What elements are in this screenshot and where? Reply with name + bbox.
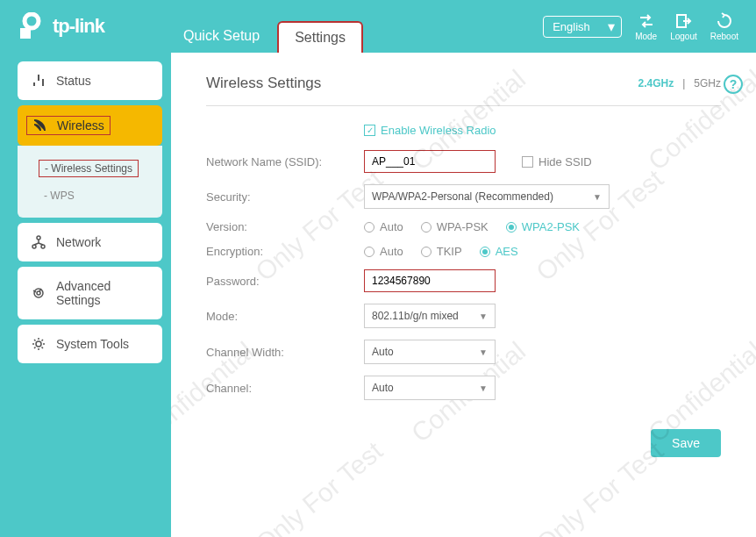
version-wpa2-psk-radio[interactable]: WPA2-PSK <box>506 220 580 233</box>
svg-point-3 <box>37 236 40 240</box>
enable-wireless-radio-checkbox[interactable]: ✓ Enable Wireless Radio <box>364 124 721 137</box>
password-label: Password: <box>206 275 364 288</box>
reboot-icon <box>716 12 733 30</box>
sidebar-network-label: Network <box>56 235 101 249</box>
svg-point-7 <box>37 291 40 295</box>
chevron-down-icon: ▼ <box>479 383 488 393</box>
channel-select[interactable]: Auto ▼ <box>364 376 496 400</box>
logo-text: tp-link <box>53 15 104 38</box>
sidebar-item-network[interactable]: Network <box>18 223 162 261</box>
sidebar: Status Wireless - Wireless Settings - WP… <box>0 53 171 537</box>
logout-button[interactable]: Logout <box>670 12 697 41</box>
sidebar-item-status[interactable]: Status <box>18 61 162 100</box>
content: Confidential Only For Test Confidential … <box>171 53 756 537</box>
channel-label: Channel: <box>206 382 364 395</box>
radio-icon <box>421 247 431 257</box>
help-button[interactable]: ? <box>724 75 743 94</box>
sidebar-item-wireless[interactable]: Wireless <box>18 105 162 146</box>
save-button[interactable]: Save <box>651 429 721 457</box>
svg-rect-1 <box>20 28 31 39</box>
encryption-aes-label: AES <box>496 245 518 258</box>
security-label: Security: <box>206 190 364 204</box>
security-select[interactable]: WPA/WPA2-Personal (Recommended) ▼ <box>364 184 610 209</box>
tp-link-logo-icon <box>18 12 46 40</box>
hide-ssid-checkbox[interactable]: ✓ Hide SSID <box>522 155 592 168</box>
radio-icon <box>506 222 517 233</box>
language-value: English <box>543 16 622 38</box>
row-security: Security: WPA/WPA2-Personal (Recommended… <box>206 184 721 209</box>
radio-icon <box>364 222 374 233</box>
wireless-icon <box>32 118 46 132</box>
channel-width-label: Channel Width: <box>206 346 364 359</box>
checkbox-icon: ✓ <box>364 125 375 136</box>
enable-wireless-radio-label: Enable Wireless Radio <box>381 124 496 137</box>
svg-point-6 <box>34 289 43 297</box>
encryption-tkip-radio[interactable]: TKIP <box>421 245 462 258</box>
logout-icon <box>674 12 692 30</box>
radio-icon <box>480 247 490 257</box>
freq-5ghz[interactable]: 5GHz <box>694 77 721 90</box>
version-auto-radio[interactable]: Auto <box>364 220 403 233</box>
version-auto-label: Auto <box>380 220 403 233</box>
encryption-auto-label: Auto <box>380 245 403 258</box>
svg-point-5 <box>41 245 45 248</box>
svg-point-0 <box>25 14 39 28</box>
header-right: English ▾ Mode Logout Reboot <box>543 12 738 41</box>
sidebar-item-advanced[interactable]: Advanced Settings <box>18 267 162 319</box>
sidebar-item-system-tools[interactable]: System Tools <box>18 325 162 363</box>
mode-select[interactable]: 802.11b/g/n mixed ▼ <box>364 304 496 328</box>
row-version: Version: Auto WPA-PSK WPA2-PSK <box>206 220 721 233</box>
ssid-label: Network Name (SSID): <box>206 155 364 168</box>
svg-point-4 <box>32 245 36 248</box>
sidebar-sub-wireless-settings[interactable]: - Wireless Settings <box>18 154 162 183</box>
network-icon <box>32 235 46 249</box>
mode-icon <box>638 12 655 30</box>
encryption-aes-radio[interactable]: AES <box>480 245 518 258</box>
reboot-button[interactable]: Reboot <box>710 12 738 41</box>
encryption-tkip-label: TKIP <box>437 245 462 258</box>
ssid-input[interactable] <box>364 150 496 173</box>
radio-icon <box>421 222 431 233</box>
watermark: Only For Test <box>250 436 389 537</box>
version-wpa-psk-radio[interactable]: WPA-PSK <box>421 220 489 233</box>
watermark: Only For Test <box>531 436 669 537</box>
row-encryption: Encryption: Auto TKIP AES <box>206 245 721 258</box>
status-icon <box>32 74 46 88</box>
freq-separator: | <box>682 77 685 90</box>
tab-quick-setup[interactable]: Quick Setup <box>166 19 277 53</box>
row-password: Password: <box>206 269 721 292</box>
mode-value: 802.11b/g/n mixed <box>372 310 459 322</box>
checkbox-icon: ✓ <box>522 156 533 168</box>
radio-icon <box>364 247 374 257</box>
encryption-label: Encryption: <box>206 245 364 258</box>
row-channel: Channel: Auto ▼ <box>206 376 721 400</box>
header: tp-link Quick Setup Settings English ▾ M… <box>0 0 756 53</box>
sidebar-system-tools-label: System Tools <box>56 337 129 351</box>
tab-settings[interactable]: Settings <box>277 21 363 53</box>
sidebar-status-label: Status <box>56 74 91 88</box>
channel-width-select[interactable]: Auto ▼ <box>364 340 496 364</box>
freq-24ghz[interactable]: 2.4GHz <box>638 77 674 90</box>
chevron-down-icon: ▼ <box>593 192 602 202</box>
row-channel-width: Channel Width: Auto ▼ <box>206 340 721 364</box>
row-mode: Mode: 802.11b/g/n mixed ▼ <box>206 304 721 328</box>
reboot-label: Reboot <box>710 32 738 41</box>
password-input[interactable] <box>364 269 496 292</box>
version-label: Version: <box>206 220 364 233</box>
version-wpa-psk-label: WPA-PSK <box>437 220 489 233</box>
channel-width-value: Auto <box>372 346 394 358</box>
tabs: Quick Setup Settings <box>166 0 363 53</box>
advanced-icon <box>32 286 46 300</box>
language-select[interactable]: English ▾ <box>543 16 622 38</box>
encryption-auto-radio[interactable]: Auto <box>364 245 403 258</box>
sidebar-subnav: - Wireless Settings - WPS <box>18 146 162 218</box>
row-ssid: Network Name (SSID): ✓ Hide SSID <box>206 150 721 173</box>
mode-button[interactable]: Mode <box>635 12 657 41</box>
sub-wireless-settings-label: Wireless Settings <box>51 162 132 175</box>
system-tools-icon <box>32 337 46 351</box>
mode-label: Mode: <box>206 310 364 323</box>
chevron-down-icon: ▼ <box>479 311 488 321</box>
channel-value: Auto <box>372 382 394 394</box>
sidebar-sub-wps[interactable]: - WPS <box>18 183 162 209</box>
version-wpa2-psk-label: WPA2-PSK <box>522 220 580 233</box>
